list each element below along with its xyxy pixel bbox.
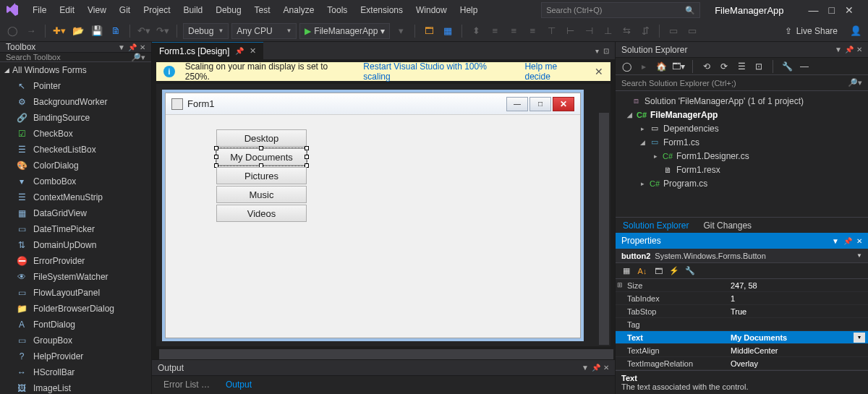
pin-icon[interactable]: 📌 <box>235 47 244 55</box>
se-sync-button[interactable]: ⟲ <box>700 60 713 73</box>
align-btn-5[interactable]: ⊤ <box>543 23 559 39</box>
config-combo[interactable]: Debug▼ <box>183 23 229 39</box>
designer-button-videos[interactable]: Videos <box>216 205 307 222</box>
align-btn-4[interactable]: ≡ <box>524 23 540 39</box>
toolbox-item-filesystemwatcher[interactable]: 👁FileSystemWatcher <box>0 269 151 285</box>
menu-extensions[interactable]: Extensions <box>354 2 409 18</box>
se-btn-1[interactable]: 🗔▾ <box>672 60 685 73</box>
menu-edit[interactable]: Edit <box>53 2 81 18</box>
menu-project[interactable]: Project <box>137 2 176 18</box>
toolbox-item-imagelist[interactable]: 🖼ImageList <box>0 380 151 394</box>
se-refresh-button[interactable]: ⟳ <box>718 60 731 73</box>
properties-page-button[interactable]: 🗔 <box>652 265 665 278</box>
tree-dependencies[interactable]: ▸▭Dependencies <box>616 121 868 135</box>
maximize-icon[interactable]: □ <box>829 4 835 16</box>
properties-grid[interactable]: Size247, 58TabIndex1TabStopTrueTagTextMy… <box>616 279 868 370</box>
align-btn-1[interactable]: ⬍ <box>468 23 484 39</box>
global-search-input[interactable]: Search (Ctrl+Q) 🔍 <box>541 2 700 18</box>
designer-button-pictures[interactable]: Pictures <box>216 167 307 184</box>
se-back-button[interactable]: ◯ <box>620 60 633 73</box>
save-button[interactable]: 💾 <box>89 23 105 39</box>
minimize-icon[interactable]: — <box>809 4 819 16</box>
section-tab-git-changes[interactable]: Git Changes <box>696 218 759 233</box>
resize-handle[interactable] <box>305 146 309 150</box>
live-share-button[interactable]: ⇪ Live Share <box>778 26 845 36</box>
toolbox-item-contextmenustrip[interactable]: ☰ContextMenuStrip <box>0 189 151 205</box>
menu-file[interactable]: File <box>26 2 53 18</box>
align-btn-9[interactable]: ⇆ <box>618 23 634 39</box>
toolbox-item-backgroundworker[interactable]: ⚙BackgroundWorker <box>0 94 151 110</box>
account-button[interactable]: 👤 <box>848 23 864 39</box>
open-button[interactable]: 📂 <box>70 23 86 39</box>
prop-pages-button[interactable]: 🔧 <box>684 265 697 278</box>
tab-form1-design[interactable]: Form1.cs [Design] 📌 ✕ <box>152 42 263 59</box>
pin-icon[interactable]: 📌 <box>592 364 600 372</box>
menu-build[interactable]: Build <box>177 2 210 18</box>
close-infobar-icon[interactable]: ✕ <box>595 66 603 77</box>
resize-handle[interactable] <box>259 146 263 150</box>
se-properties-button[interactable]: 🔧 <box>780 60 793 73</box>
close-panel-icon[interactable]: ✕ <box>856 46 862 53</box>
pin-icon[interactable]: 📌 <box>128 43 137 51</box>
vertical-scrollbar[interactable] <box>599 113 609 345</box>
undo-button[interactable]: ↶▾ <box>136 23 152 39</box>
se-fwd-button[interactable]: ▸ <box>637 60 650 73</box>
property-textimagerelation[interactable]: TextImageRelationOverlay <box>616 357 868 370</box>
align-btn-7[interactable]: ⊣ <box>581 23 597 39</box>
nav-back-button[interactable]: ◯ <box>4 23 20 39</box>
tab-dropdown-icon[interactable]: ▾ <box>595 47 599 55</box>
toolbox-item-groupbox[interactable]: ▭GroupBox <box>0 333 151 348</box>
dropdown-icon[interactable]: ▼ <box>835 46 842 53</box>
se-showall-button[interactable]: — <box>798 60 811 73</box>
menu-debug[interactable]: Debug <box>209 2 247 18</box>
resize-handle[interactable] <box>214 146 218 150</box>
order-btn-1[interactable]: ▭ <box>665 23 681 39</box>
toolbox-item-helpprovider[interactable]: ?HelpProvider <box>0 348 151 364</box>
section-tab-solution-explorer[interactable]: Solution Explorer <box>616 218 696 233</box>
dropdown-icon[interactable]: ▼ <box>832 237 839 245</box>
form-close-button[interactable]: ✕ <box>553 97 574 111</box>
align-btn-6[interactable]: ⊢ <box>562 23 578 39</box>
toolbox-item-hscrollbar[interactable]: ↔HScrollBar <box>0 364 151 380</box>
tool-btn-1[interactable]: 🗔 <box>421 23 437 39</box>
toolbox-item-folderbrowserdialog[interactable]: 📁FolderBrowserDialog <box>0 301 151 317</box>
close-icon[interactable]: ✕ <box>845 4 854 16</box>
save-all-button[interactable]: 🗎 <box>108 23 124 39</box>
align-btn-10[interactable]: ⇵ <box>637 23 653 39</box>
property-textalign[interactable]: TextAlignMiddleCenter <box>616 344 868 357</box>
menu-analyze[interactable]: Analyze <box>277 2 321 18</box>
horizontal-scrollbar[interactable] <box>159 349 613 359</box>
align-btn-8[interactable]: ⊥ <box>600 23 616 39</box>
dropdown-icon[interactable]: ▼ <box>582 364 589 372</box>
menu-tools[interactable]: Tools <box>320 2 354 18</box>
property-tabstop[interactable]: TabStopTrue <box>616 305 868 318</box>
order-btn-2[interactable]: ▭ <box>684 23 700 39</box>
categorized-button[interactable]: ▦ <box>620 265 633 278</box>
restart-scaling-link[interactable]: Restart Visual Studio with 100% scaling <box>363 61 514 82</box>
toolbox-item-combobox[interactable]: ▾ComboBox <box>0 174 151 189</box>
output-tab-output[interactable]: Output <box>218 377 259 392</box>
menu-test[interactable]: Test <box>248 2 277 18</box>
toolbox-item-bindingsource[interactable]: 🔗BindingSource <box>0 110 151 126</box>
menu-git[interactable]: Git <box>113 2 137 18</box>
property-size[interactable]: Size247, 58 <box>616 279 868 292</box>
tab-max-icon[interactable]: ⊡ <box>603 47 609 55</box>
designer-button-desktop[interactable]: Desktop <box>216 129 307 147</box>
se-btn-2[interactable]: ☰ <box>735 60 748 73</box>
designer-form[interactable]: Form1 — □ ✕ DesktopMy DocumentsPicturesM… <box>165 93 581 338</box>
alphabetical-button[interactable]: A↓ <box>636 265 649 278</box>
events-button[interactable]: ⚡ <box>668 265 681 278</box>
design-surface[interactable]: Form1 — □ ✕ DesktopMy DocumentsPicturesM… <box>156 84 610 346</box>
se-btn-3[interactable]: ⊡ <box>752 60 765 73</box>
dropdown-icon[interactable]: ▾ <box>854 333 865 343</box>
pin-icon[interactable]: 📌 <box>843 237 852 245</box>
dropdown-icon[interactable]: ▼ <box>118 43 125 51</box>
close-tab-icon[interactable]: ✕ <box>250 46 256 56</box>
properties-object-combo[interactable]: button2System.Windows.Forms.Button▼ <box>616 249 868 263</box>
toolbox-item-checkbox[interactable]: ☑CheckBox <box>0 126 151 142</box>
toolbox-item-errorprovider[interactable]: ⛔ErrorProvider <box>0 253 151 269</box>
designer-button-music[interactable]: Music <box>216 186 307 203</box>
menu-view[interactable]: View <box>81 2 113 18</box>
toolbox-item-pointer[interactable]: ↖Pointer <box>0 78 151 94</box>
property-tag[interactable]: Tag <box>616 318 868 331</box>
